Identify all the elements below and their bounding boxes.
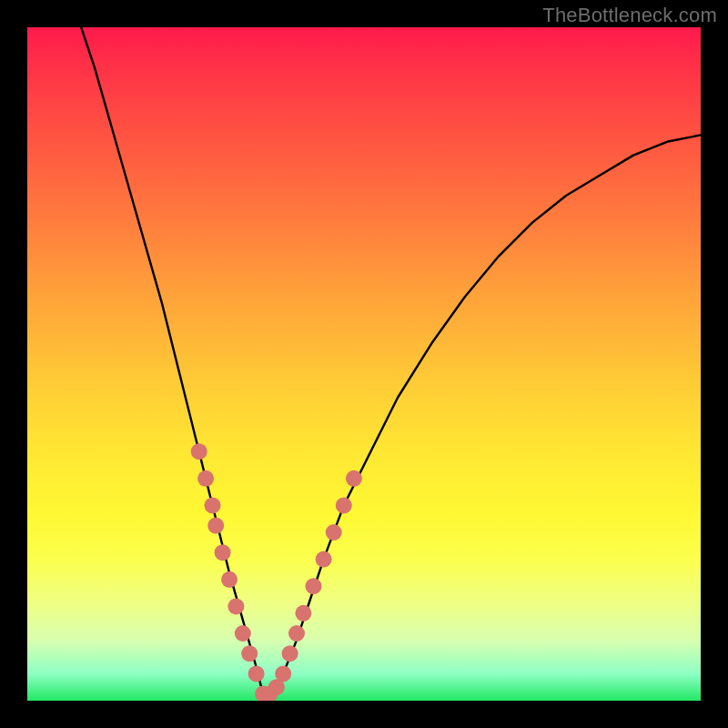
watermark-text: TheBottleneck.com	[542, 4, 717, 27]
curve-marker	[316, 551, 332, 568]
curve-marker	[235, 625, 251, 642]
curve-marker	[336, 497, 352, 513]
bottleneck-curve	[81, 27, 701, 694]
curve-marker	[215, 544, 231, 561]
outer-frame: TheBottleneck.com	[0, 0, 728, 728]
curve-marker	[191, 443, 207, 460]
curve-marker	[197, 470, 214, 487]
plot-area	[27, 27, 701, 701]
curve-marker	[346, 470, 362, 487]
curve-marker	[207, 518, 224, 534]
curve-marker	[288, 625, 305, 642]
curve-marker	[326, 524, 342, 541]
curve-marker	[228, 598, 244, 614]
curve-marker	[295, 605, 311, 622]
curve-marker	[205, 497, 221, 513]
curve-path	[81, 27, 701, 694]
curve-marker	[241, 645, 258, 662]
curve-marker	[248, 665, 265, 682]
curve-marker	[221, 571, 238, 588]
marker-group	[191, 443, 362, 701]
chart-svg	[27, 27, 701, 701]
curve-marker	[275, 665, 291, 682]
curve-marker	[282, 645, 298, 662]
curve-marker	[306, 578, 322, 594]
